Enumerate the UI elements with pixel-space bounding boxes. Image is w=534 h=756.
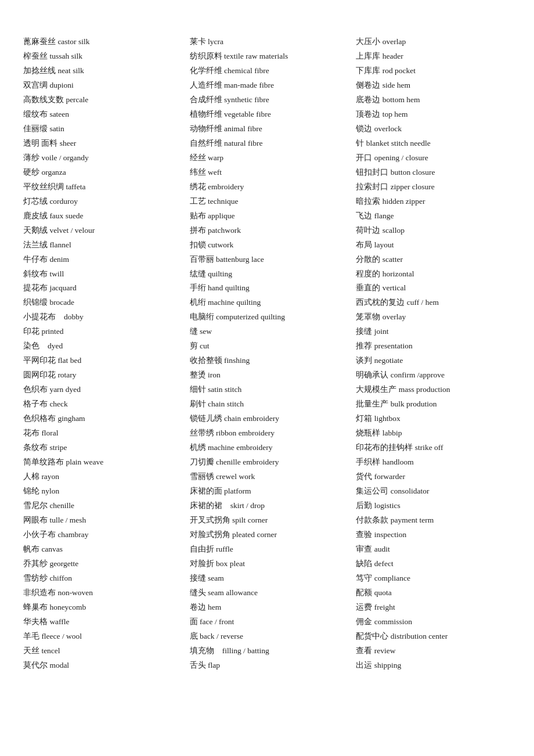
list-item: 加捻丝线 neat silk	[23, 64, 178, 78]
list-item: 莫代尔 modal	[23, 658, 178, 673]
list-item: 侧卷边 side hem	[356, 78, 511, 93]
list-item: 缝 sew	[190, 325, 345, 339]
list-item: 扣锁 cutwork	[190, 238, 345, 253]
list-item: 自由折 ruffle	[190, 542, 345, 557]
list-item: 雪纺纱 chiffon	[23, 571, 178, 586]
list-item: 贴布 applique	[190, 209, 345, 224]
list-item: 笼罩物 overlay	[356, 310, 511, 325]
list-item: 色织格布 gingham	[23, 412, 178, 426]
list-item: 格子布 check	[23, 397, 178, 412]
list-item: 莱卡 lycra	[190, 35, 345, 49]
list-item: 天丝 tencel	[23, 644, 178, 658]
list-item: 笃守 compliance	[356, 571, 511, 586]
list-item: 付款条款 payment term	[356, 513, 511, 528]
list-item: 电脑绗 computerized quilting	[190, 310, 345, 325]
list-item: 查验 inspection	[356, 528, 511, 542]
list-item: 大规模生产 mass production	[356, 383, 511, 397]
list-item: 小提花布 dobby	[23, 310, 178, 325]
list-item: 卷边 hem	[190, 600, 345, 615]
list-item: 佣金 commission	[356, 615, 511, 629]
list-item: 平纹丝织绸 taffeta	[23, 180, 178, 195]
list-item: 透明 面料 sheer	[23, 136, 178, 151]
list-item: 色织布 yarn dyed	[23, 383, 178, 397]
list-item: 人棉 rayon	[23, 470, 178, 484]
list-item: 垂直的 vertical	[356, 281, 511, 296]
list-item: 百带丽 battenburg lace	[190, 253, 345, 267]
list-item: 谈判 negotiate	[356, 354, 511, 368]
list-item: 舌头 flap	[190, 658, 345, 673]
list-item: 剪 cut	[190, 339, 345, 354]
list-item: 荷叶边 scallop	[356, 224, 511, 238]
list-item: 开口 opening / closure	[356, 151, 511, 165]
list-item: 手绗 hand quilting	[190, 281, 345, 296]
list-item: 绣花 embroidery	[190, 180, 345, 195]
column-1: 蓖麻蚕丝 castor silk榨蚕丝 tussah silk加捻丝线 neat…	[23, 35, 184, 673]
list-item: 整烫 iron	[190, 368, 345, 383]
list-item: 锦纶 nylon	[23, 484, 178, 499]
list-item: 对脸折 box pleat	[190, 557, 345, 571]
list-item: 飞边 flange	[356, 209, 511, 224]
list-item: 缺陷 defect	[356, 557, 511, 571]
list-item: 填充物 filling / batting	[190, 644, 345, 658]
list-item: 收拾整顿 finshing	[190, 354, 345, 368]
list-item: 丝带绣 ribbon embroidery	[190, 426, 345, 441]
list-item: 配货中心 distribution center	[356, 629, 511, 644]
list-item: 纮缝 quilting	[190, 267, 345, 282]
list-item: 后勤 logistics	[356, 499, 511, 513]
list-item: 接缝 joint	[356, 325, 511, 339]
list-item: 印花 printed	[23, 325, 178, 339]
list-item: 纬丝 weft	[190, 165, 345, 180]
list-item: 薄纱 voile / organdy	[23, 151, 178, 165]
list-item: 集运公司 consolidator	[356, 484, 511, 499]
list-item: 拉索封口 zipper closure	[356, 180, 511, 195]
list-item: 自然纤维 natural fibre	[190, 136, 345, 151]
list-item: 手织样 handloom	[356, 455, 511, 470]
list-item: 蓖麻蚕丝 castor silk	[23, 35, 178, 49]
list-item: 上库库 header	[356, 49, 511, 64]
list-item: 化学纤维 chemical fibre	[190, 64, 345, 78]
list-item: 染色 dyed	[23, 339, 178, 354]
list-item: 审查 audit	[356, 542, 511, 557]
list-item: 程度的 horizontal	[356, 267, 511, 282]
list-item: 网眼布 tulle / mesh	[23, 513, 178, 528]
list-item: 机绣 machine embroidery	[190, 441, 345, 455]
list-item: 华夫格 waffle	[23, 615, 178, 629]
list-item: 刀切瓣 chenille embroidery	[190, 455, 345, 470]
list-item: 纺织原料 textile raw materials	[190, 49, 345, 64]
list-item: 硬纱 organza	[23, 165, 178, 180]
list-item: 刷针 chain stitch	[190, 397, 345, 412]
list-item: 机绗 machine quilting	[190, 296, 345, 310]
list-item: 雪丽锈 crewel work	[190, 470, 345, 484]
list-item: 床裙的面 platform	[190, 484, 345, 499]
list-item: 底 back / reverse	[190, 629, 345, 644]
list-item: 细针 satin stitch	[190, 383, 345, 397]
list-item: 底卷边 bottom hem	[356, 93, 511, 107]
list-item: 植物纤维 vegetable fibre	[190, 107, 345, 122]
list-item: 推荐 presentation	[356, 339, 511, 354]
list-item: 西式枕的复边 cuff / hem	[356, 296, 511, 310]
list-item: 天鹅绒 velvet / velour	[23, 224, 178, 238]
list-item: 分散的 scatter	[356, 253, 511, 267]
list-item: 双宫绸 dupioni	[23, 78, 178, 93]
list-item: 锁边 overlock	[356, 122, 511, 136]
list-item: 钮扣封口 button closure	[356, 165, 511, 180]
list-item: 佳丽缎 satin	[23, 122, 178, 136]
list-item: 对脸式拐角 pleated corner	[190, 528, 345, 542]
list-item: 牛仔布 denim	[23, 253, 178, 267]
list-item: 人造纤维 man-made fibre	[190, 78, 345, 93]
list-item: 运费 freight	[356, 600, 511, 615]
list-item: 雪尼尔 chenille	[23, 499, 178, 513]
list-item: 平网印花 flat bed	[23, 354, 178, 368]
list-item: 花布 floral	[23, 426, 178, 441]
list-item: 圆网印花 rotary	[23, 368, 178, 383]
list-item: 针 blanket stitch needle	[356, 136, 511, 151]
list-item: 配额 quota	[356, 586, 511, 600]
list-item: 下库库 rod pocket	[356, 64, 511, 78]
list-item: 缝头 seam allowance	[190, 586, 345, 600]
list-item: 暗拉索 hidden zipper	[356, 195, 511, 209]
list-item: 缎纹布 sateen	[23, 107, 178, 122]
list-item: 接缝 seam	[190, 571, 345, 586]
list-item: 非织造布 non-woven	[23, 586, 178, 600]
list-item: 动物纤维 animal fibre	[190, 122, 345, 136]
list-item: 合成纤维 synthetic fibre	[190, 93, 345, 107]
